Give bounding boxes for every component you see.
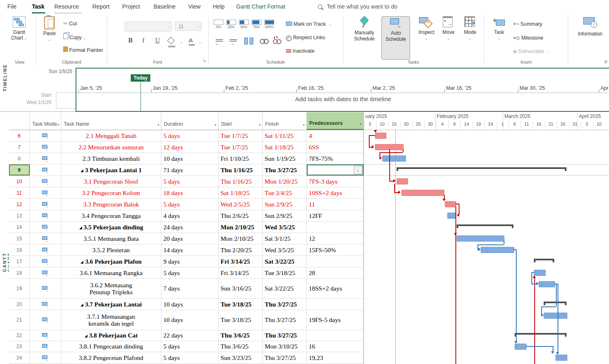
- duration-cell[interactable]: 5 days: [161, 176, 219, 187]
- filter-chevron-icon[interactable]: ▾: [57, 123, 59, 127]
- menu-tab-file[interactable]: File: [7, 3, 17, 10]
- task-bar[interactable]: [382, 155, 406, 162]
- font-size-combo[interactable]: 11⌄: [175, 22, 202, 31]
- finish-cell[interactable]: Sun 2/9/25: [263, 210, 307, 221]
- task-name-cell[interactable]: 3.6.2 MemasangPenutup Tripleks: [61, 279, 161, 298]
- finish-cell[interactable]: Sat 3/22/25: [263, 279, 307, 298]
- predecessors-cell[interactable]: 19FS-5 days: [307, 310, 364, 330]
- duration-cell[interactable]: 9 days: [161, 256, 219, 267]
- insert-deliverable-button[interactable]: ◈ Deliverable ⌄: [513, 48, 549, 54]
- start-cell[interactable]: Fri 3/14/25: [219, 267, 263, 278]
- task-name-cell[interactable]: 3.8.2 Pengecetan Plafond: [61, 352, 161, 363]
- finish-cell[interactable]: Wed 3/5/25: [263, 244, 307, 255]
- unlink-tasks-button[interactable]: [273, 38, 281, 46]
- start-cell[interactable]: Thu 3/6/25: [219, 341, 263, 352]
- menu-tab-project[interactable]: Project: [122, 3, 140, 10]
- task-name-cell[interactable]: 3.5.2 Plesteran: [61, 244, 161, 255]
- duration-cell[interactable]: 10 days: [161, 153, 219, 164]
- duration-cell[interactable]: 10 days: [161, 310, 219, 330]
- duration-cell[interactable]: 22 days: [161, 330, 219, 341]
- italic-button[interactable]: I: [142, 37, 144, 44]
- predecessors-cell[interactable]: ⌄: [307, 164, 364, 175]
- collapse-triangle-icon[interactable]: [80, 169, 83, 172]
- menu-tab-resource[interactable]: Resource: [54, 3, 79, 10]
- start-cell[interactable]: Thu 3/6/25: [219, 330, 263, 341]
- start-cell[interactable]: Tue 1/7/25: [219, 130, 263, 141]
- column-header-row-number[interactable]: [9, 112, 30, 130]
- menu-tab-view[interactable]: View: [188, 3, 201, 10]
- predecessors-cell[interactable]: 10SS+2 days: [307, 187, 364, 198]
- collapse-triangle-icon[interactable]: [85, 335, 87, 337]
- gantt-chart-view-button[interactable]: Gantt Chart ⌄: [7, 16, 32, 41]
- task-name-cell[interactable]: 3.4 Pengecoran Tangga: [61, 210, 161, 221]
- start-cell[interactable]: Thu 2/20/25: [219, 244, 263, 255]
- task-mode-cell[interactable]: →: [30, 176, 61, 187]
- column-header-task-mode[interactable]: Task Mode▾: [30, 112, 61, 130]
- font-color-button[interactable]: A: [189, 37, 195, 46]
- finish-cell[interactable]: Mon 1/20/25: [263, 176, 307, 187]
- bold-button[interactable]: B: [128, 37, 133, 44]
- start-cell[interactable]: Sun 3/23/25: [219, 352, 263, 363]
- collapse-triangle-icon[interactable]: [80, 304, 83, 306]
- row-number-cell[interactable]: 10: [9, 176, 30, 187]
- column-header-finish[interactable]: Finish▾: [263, 112, 307, 130]
- duration-cell[interactable]: 20 days: [161, 233, 219, 244]
- outdent-task-button[interactable]: ←: [216, 39, 223, 44]
- task-mode-cell[interactable]: →: [30, 130, 61, 141]
- task-mode-cell[interactable]: →: [30, 299, 61, 310]
- finish-cell[interactable]: Sat 1/18/25: [263, 142, 307, 153]
- task-mode-cell[interactable]: →: [30, 256, 61, 267]
- timeline-canvas[interactable]: Today Jan 5, '25Jan 19, '25Feb 2, '25Feb…: [76, 68, 609, 112]
- task-name-cell[interactable]: 3.8 Pekerjaan Cat: [61, 330, 161, 341]
- predecessors-cell[interactable]: 6SS: [307, 142, 364, 153]
- task-mode-cell[interactable]: →: [30, 164, 61, 175]
- row-number-cell[interactable]: 6: [9, 130, 30, 141]
- font-dialog-launcher[interactable]: ⇘: [202, 58, 206, 63]
- start-cell[interactable]: Fri 1/10/25: [219, 153, 263, 164]
- finish-cell[interactable]: Wed 3/5/25: [263, 222, 307, 233]
- menu-tab-task[interactable]: Task: [32, 3, 45, 10]
- task-name-cell[interactable]: 3.2 Pengecoran Kolom: [61, 187, 161, 198]
- insert-task-button[interactable]: + Task⌄: [489, 16, 509, 41]
- row-number-cell[interactable]: 21: [9, 310, 30, 330]
- insert-milestone-button[interactable]: +◇ Milestone: [513, 35, 543, 41]
- duration-cell[interactable]: 5 days: [161, 130, 219, 141]
- row-number-cell[interactable]: 20: [9, 299, 30, 310]
- predecessors-cell[interactable]: 4: [307, 130, 364, 141]
- task-name-cell[interactable]: 3.7 Pekerjaan Lantai: [61, 299, 161, 310]
- predecessors-cell[interactable]: [307, 256, 364, 267]
- row-number-cell[interactable]: 19: [9, 279, 30, 298]
- task-mode-cell[interactable]: →: [30, 267, 61, 278]
- task-mode-cell[interactable]: →: [30, 352, 61, 363]
- filter-chevron-icon[interactable]: ▾: [359, 122, 361, 127]
- duration-cell[interactable]: 24 days: [161, 222, 219, 233]
- row-number-cell[interactable]: 16: [9, 244, 30, 255]
- menu-tab-help[interactable]: Help: [213, 3, 225, 10]
- row-number-cell[interactable]: 11: [9, 187, 30, 198]
- row-number-cell[interactable]: 24: [9, 352, 30, 363]
- link-tasks-button[interactable]: [260, 38, 269, 46]
- row-number-cell[interactable]: 8: [9, 153, 30, 164]
- predecessors-cell[interactable]: 19,23: [307, 352, 364, 363]
- filter-chevron-icon[interactable]: ▾: [259, 123, 261, 127]
- summary-bar[interactable]: [515, 333, 567, 335]
- percent-complete-button-100[interactable]: 100%: [264, 20, 274, 29]
- predecessors-cell[interactable]: 12FF: [307, 210, 364, 221]
- duration-cell[interactable]: 5 days: [161, 341, 219, 352]
- split-task-button[interactable]: [244, 38, 253, 46]
- finish-cell[interactable]: Sat 1/11/25: [263, 130, 307, 141]
- critical-task-bar[interactable]: [402, 190, 444, 196]
- duration-cell[interactable]: 5 days: [161, 199, 219, 210]
- predecessors-cell[interactable]: 11: [307, 199, 364, 210]
- menu-tab-baseline[interactable]: Baseline: [154, 3, 176, 10]
- row-number-cell[interactable]: 14: [9, 222, 30, 233]
- row-number-cell[interactable]: 23: [9, 341, 30, 352]
- cut-button[interactable]: ✂ Cut: [63, 20, 77, 27]
- duration-cell[interactable]: 5 days: [161, 267, 219, 278]
- task-mode-cell[interactable]: →: [30, 233, 61, 244]
- task-mode-cell[interactable]: →: [30, 279, 61, 298]
- task-name-cell[interactable]: 3 Pekerjaan Lantai 1: [61, 164, 161, 175]
- task-name-cell[interactable]: 2.2 Menurunkan sumuran: [61, 142, 161, 153]
- manually-schedule-button[interactable]: ManuallySchedule: [350, 16, 378, 42]
- finish-cell[interactable]: Thu 3/27/25: [263, 310, 307, 330]
